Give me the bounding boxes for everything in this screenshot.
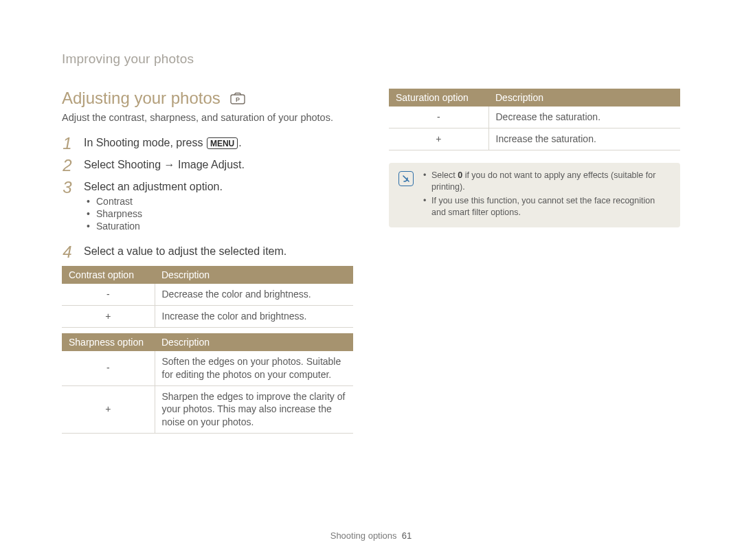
option-cell: + (389, 128, 488, 150)
menu-button-label: MENU (207, 137, 238, 149)
step-text: Select Shooting → Image Adjust. (84, 156, 353, 174)
step-number: 4 (62, 243, 73, 260)
list-item: Sharpness (96, 208, 353, 219)
step-text: Select a value to adjust the selected it… (84, 243, 353, 260)
description-cell: Sharpen the edges to improve the clarity… (155, 385, 353, 434)
note-1-pre: Select (431, 170, 458, 180)
step-2-bold: Shooting → Image Adjust (117, 159, 242, 170)
option-cell: - (389, 107, 488, 128)
table-row: + Increase the saturation. (389, 128, 680, 150)
step-1: 1 In Shooting mode, press MENU. (62, 134, 353, 152)
list-item: Contrast (96, 196, 353, 207)
step-number: 2 (62, 156, 73, 174)
description-cell: Soften the edges on your photos. Suitabl… (155, 351, 353, 385)
note-item: If you use this function, you cannot set… (431, 195, 671, 219)
page-footer: Shooting options 61 (0, 530, 742, 541)
step-4: 4 Select a value to adjust the selected … (62, 243, 353, 260)
description-cell: Decrease the color and brightness. (155, 284, 353, 305)
right-column: Saturation option Description - Decrease… (389, 89, 680, 434)
intro-text: Adjust the contrast, sharpness, and satu… (62, 112, 353, 123)
option-cell: + (62, 385, 155, 434)
footer-section: Shooting options (330, 530, 397, 541)
camera-p-icon: P (230, 92, 245, 104)
left-column: Adjusting your photos P Adjust the contr… (62, 89, 353, 434)
table-header: Description (488, 89, 680, 107)
info-icon (398, 171, 414, 186)
list-item: Saturation (96, 221, 353, 232)
step-text: In Shooting mode, press MENU. (84, 134, 353, 152)
adjustment-options-list: Contrast Sharpness Saturation (84, 196, 353, 232)
section-title: Adjusting your photos P (62, 89, 353, 108)
page-number: 61 (402, 530, 412, 541)
note-1-post: if you do not want to apply any effects … (431, 170, 655, 192)
table-row: + Sharpen the edges to improve the clari… (62, 385, 353, 434)
table-row: + Increase the color and brightness. (62, 305, 353, 327)
option-cell: - (62, 284, 155, 305)
note-item: Select 0 if you do not want to apply any… (431, 170, 671, 194)
step-1-post: . (238, 137, 241, 148)
description-cell: Increase the saturation. (488, 128, 680, 150)
table-header: Contrast option (62, 266, 155, 284)
description-cell: Decrease the saturation. (488, 107, 680, 128)
table-header: Sharpness option (62, 333, 155, 351)
table-row: - Decrease the saturation. (389, 107, 680, 128)
content-columns: Adjusting your photos P Adjust the contr… (62, 89, 680, 434)
svg-text:P: P (236, 96, 240, 103)
note-box: Select 0 if you do not want to apply any… (389, 163, 680, 227)
table-row: - Soften the edges on your photos. Suita… (62, 351, 353, 385)
table-header: Saturation option (389, 89, 488, 107)
option-cell: + (62, 305, 155, 327)
saturation-table: Saturation option Description - Decrease… (389, 89, 680, 150)
step-text: Select an adjustment option. Contrast Sh… (84, 178, 353, 238)
step-number: 3 (62, 178, 73, 238)
step-2: 2 Select Shooting → Image Adjust. (62, 156, 353, 174)
manual-page: Improving your photos Adjusting your pho… (0, 0, 742, 560)
table-header: Description (155, 266, 353, 284)
step-2-post: . (241, 159, 244, 170)
note-list: Select 0 if you do not want to apply any… (422, 170, 671, 221)
step-number: 1 (62, 134, 73, 152)
step-2-pre: Select (84, 159, 117, 170)
step-3-text: Select an adjustment option. (84, 181, 223, 192)
step-3: 3 Select an adjustment option. Contrast … (62, 178, 353, 238)
section-title-text: Adjusting your photos (62, 89, 221, 108)
table-header: Description (155, 333, 353, 351)
sharpness-table: Sharpness option Description - Soften th… (62, 333, 353, 434)
option-cell: - (62, 351, 155, 385)
contrast-table: Contrast option Description - Decrease t… (62, 266, 353, 328)
breadcrumb: Improving your photos (62, 52, 680, 67)
step-1-pre: In Shooting mode, press (84, 137, 206, 148)
table-row: - Decrease the color and brightness. (62, 284, 353, 305)
description-cell: Increase the color and brightness. (155, 305, 353, 327)
